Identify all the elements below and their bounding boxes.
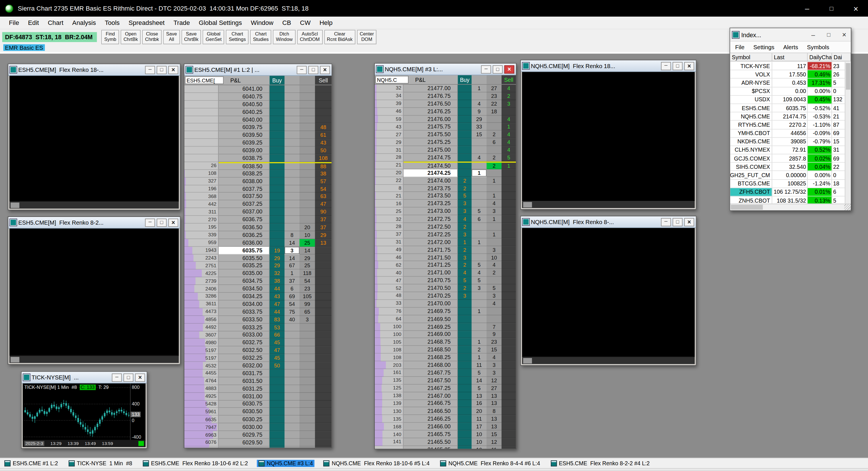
sell-column-cell[interactable]: [315, 262, 332, 270]
dom-price-row[interactable]: 79476030.00: [184, 423, 332, 431]
sell-column-cell[interactable]: 54: [315, 185, 332, 193]
buy-column-cell[interactable]: [458, 438, 471, 446]
ask-size-cell[interactable]: [300, 370, 315, 377]
ask-size-cell[interactable]: [300, 185, 315, 193]
dom-price-row[interactable]: 22436035.50291429: [184, 254, 332, 262]
buy-column-cell[interactable]: 47: [270, 301, 285, 308]
ask-size-cell[interactable]: [300, 93, 315, 101]
dom-price-row[interactable]: 3221472.75461: [375, 215, 516, 223]
quote-row[interactable]: VOLX17.5500.46%26: [730, 70, 851, 79]
horizontal-scrollbar[interactable]: [730, 204, 851, 210]
price-cell[interactable]: 6030.00: [219, 423, 270, 431]
window-title-bar[interactable]: ESH5.CME[M] #1 L:2 | ...: [184, 64, 332, 76]
buy-column-cell[interactable]: [270, 392, 285, 400]
dom-price-row[interactable]: 44556031.75: [184, 370, 332, 377]
taskbar-item[interactable]: ESH5.CME Flex Renko 8-2-2 #4 L:2: [549, 460, 651, 467]
buy-column-cell[interactable]: [270, 131, 285, 139]
sell-column-cell[interactable]: [502, 346, 516, 354]
dom-price-row[interactable]: 60766029.50: [184, 439, 332, 446]
price-cell[interactable]: 6032.00: [219, 362, 270, 370]
bid-size-cell[interactable]: [471, 185, 486, 192]
bid-size-cell[interactable]: [285, 423, 300, 431]
ask-size-cell[interactable]: 12: [487, 438, 502, 446]
buy-column-cell[interactable]: [270, 200, 285, 208]
ask-size-cell[interactable]: [487, 115, 502, 123]
bid-size-cell[interactable]: 10: [471, 446, 486, 449]
sell-column-cell[interactable]: [502, 246, 516, 254]
price-cell[interactable]: 6037.25: [219, 200, 270, 208]
price-cell[interactable]: 6034.00: [219, 301, 270, 308]
sell-column-cell[interactable]: [315, 377, 332, 385]
dom-price-row[interactable]: 6040.00: [184, 116, 332, 124]
quote-row[interactable]: $PCSX0.000.00%0: [730, 87, 851, 96]
dom-price-row[interactable]: 6041.00: [184, 85, 332, 93]
sell-column-cell[interactable]: [502, 169, 516, 177]
price-cell[interactable]: 6034.50: [219, 285, 270, 293]
price-cell[interactable]: 6034.25: [219, 293, 270, 301]
ask-size-cell[interactable]: [487, 238, 502, 246]
ask-size-cell[interactable]: 3: [487, 362, 502, 369]
dom-price-row[interactable]: 69636029.75: [184, 431, 332, 439]
sell-column-cell[interactable]: [315, 285, 332, 293]
price-cell[interactable]: 6035.00: [219, 270, 270, 277]
price-cell[interactable]: 6033.50: [219, 316, 270, 324]
sell-column-cell[interactable]: 88: [315, 162, 332, 170]
price-cell[interactable]: 6035.75: [219, 247, 270, 254]
price-cell[interactable]: 6037.00: [219, 208, 270, 216]
sell-column-cell[interactable]: 37: [315, 216, 332, 223]
price-cell[interactable]: 21473.50: [404, 192, 458, 200]
dom-price-row[interactable]: 821473.752: [375, 185, 516, 192]
dom-price-row[interactable]: 5221470.50235: [375, 284, 516, 292]
ask-size-cell[interactable]: [487, 123, 502, 131]
price-cell[interactable]: 21466.00: [404, 423, 458, 431]
chart-scrollbar[interactable]: [522, 356, 694, 364]
dom-price-row[interactable]: 36076033.0066: [184, 331, 332, 339]
maximize-icon[interactable]: [308, 65, 318, 74]
taskbar-item[interactable]: ESH5.CME #1 L:2: [3, 460, 60, 467]
sell-column-cell[interactable]: [502, 354, 516, 362]
sell-column-cell[interactable]: [315, 101, 332, 108]
price-cell[interactable]: 21473.25: [404, 200, 458, 208]
scrollbar-thumb[interactable]: [523, 358, 532, 364]
menu-item-analysis[interactable]: Analysis: [68, 20, 100, 26]
dom-price-row[interactable]: 6039.2543: [184, 139, 332, 147]
bid-size-cell[interactable]: 69: [285, 293, 300, 301]
price-cell[interactable]: 21476.75: [404, 92, 458, 100]
sell-column-cell[interactable]: [315, 316, 332, 324]
bid-size-cell[interactable]: [285, 116, 300, 124]
bid-size-cell[interactable]: [471, 331, 486, 338]
dom-price-row[interactable]: 7621469.751: [375, 308, 516, 315]
sell-column-cell[interactable]: [315, 339, 332, 347]
sell-column-cell[interactable]: [315, 400, 332, 408]
bid-size-cell[interactable]: [285, 155, 300, 162]
quote-symbol-cell[interactable]: $PCSX: [730, 87, 772, 96]
price-cell[interactable]: 6038.25: [219, 170, 270, 178]
ask-size-cell[interactable]: 2: [487, 131, 502, 138]
buy-column-cell[interactable]: [270, 377, 285, 385]
window-title-bar[interactable]: NQH5.CME[M] Flex Renko 18...: [521, 60, 696, 72]
bid-size-cell[interactable]: [471, 192, 486, 200]
price-cell[interactable]: 21476.50: [404, 100, 458, 108]
dom-price-row[interactable]: 4721470.7555: [375, 277, 516, 284]
window-title-bar[interactable]: Index...: [730, 28, 851, 41]
buy-column-cell[interactable]: 3: [458, 292, 471, 300]
dom-price-row[interactable]: 14021465.751015: [375, 431, 516, 438]
sell-column-cell[interactable]: [502, 300, 516, 308]
quote-row[interactable]: NKDH5.CME39085-0.79%15: [730, 138, 851, 146]
menu-item-spreadsheet[interactable]: Spreadsheet: [124, 20, 169, 26]
price-cell[interactable]: 6032.25: [219, 354, 270, 362]
buy-column-cell[interactable]: 47: [270, 347, 285, 354]
buy-column-cell[interactable]: 2: [458, 177, 471, 185]
menu-item-edit[interactable]: Edit: [24, 20, 43, 26]
dom-price-row[interactable]: 3221477.001274: [375, 85, 516, 92]
ask-size-cell[interactable]: 105: [300, 293, 315, 301]
bid-size-cell[interactable]: [285, 108, 300, 116]
ask-size-cell[interactable]: [300, 331, 315, 339]
buy-column-cell[interactable]: [270, 223, 285, 231]
dom-price-row[interactable]: 14121465.501012: [375, 438, 516, 446]
ask-size-cell[interactable]: 2: [487, 269, 502, 277]
ask-size-cell[interactable]: [487, 223, 502, 231]
bid-size-cell[interactable]: 4: [471, 269, 486, 277]
ask-size-cell[interactable]: 4: [487, 300, 502, 308]
bid-size-cell[interactable]: 11: [471, 415, 486, 423]
